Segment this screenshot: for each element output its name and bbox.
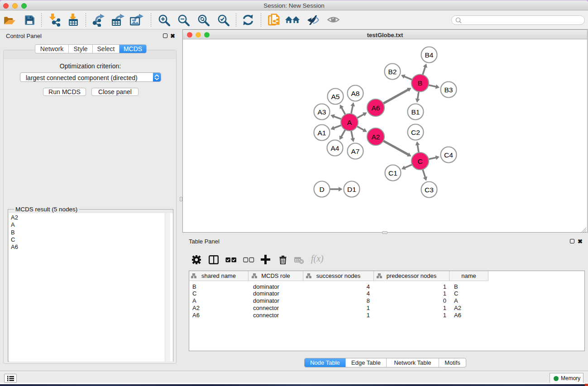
svg-text:A6: A6 xyxy=(372,104,380,112)
svg-text:B4: B4 xyxy=(425,51,434,59)
svg-text:A7: A7 xyxy=(351,148,360,155)
svg-text:B: B xyxy=(418,79,422,87)
svg-text:D: D xyxy=(319,186,324,193)
svg-text:B1: B1 xyxy=(411,108,420,116)
svg-text:A1: A1 xyxy=(318,129,326,137)
svg-text:B3: B3 xyxy=(445,86,453,94)
svg-text:A: A xyxy=(347,119,352,126)
svg-text:C4: C4 xyxy=(444,151,453,159)
svg-text:D1: D1 xyxy=(347,186,356,193)
svg-text:C: C xyxy=(417,157,422,165)
svg-text:C1: C1 xyxy=(388,169,397,177)
svg-text:A2: A2 xyxy=(372,133,380,141)
svg-text:A4: A4 xyxy=(331,144,339,152)
svg-text:A5: A5 xyxy=(331,93,340,100)
svg-text:A3: A3 xyxy=(318,108,326,116)
svg-text:C2: C2 xyxy=(411,129,420,136)
svg-text:C3: C3 xyxy=(425,186,434,194)
svg-text:A8: A8 xyxy=(351,90,360,97)
svg-text:B2: B2 xyxy=(388,68,397,76)
